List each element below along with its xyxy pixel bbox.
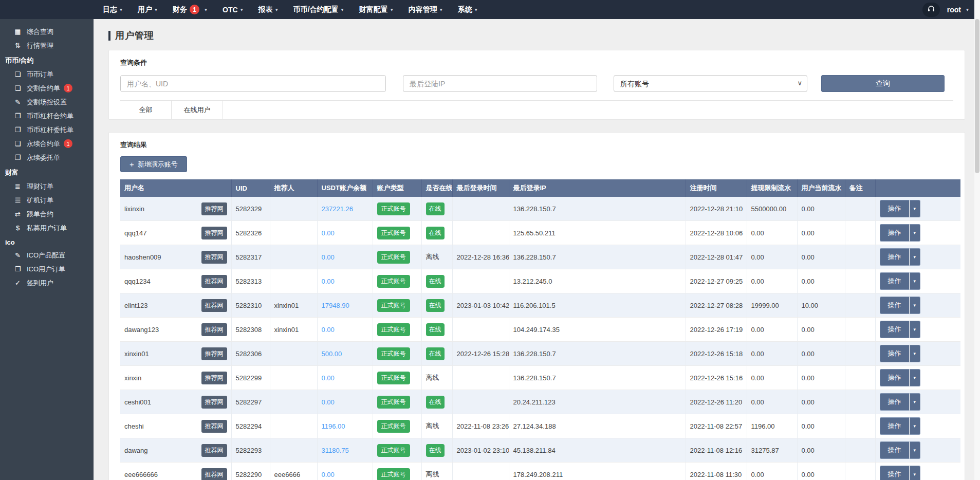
sidebar-item[interactable]: ✓ 签到用户	[0, 276, 94, 290]
balance-link[interactable]: 1196.00	[322, 422, 345, 430]
action-button[interactable]: 操作	[880, 417, 909, 435]
search-button[interactable]: 查询	[821, 75, 945, 92]
action-button[interactable]: 操作	[880, 441, 909, 459]
action-dropdown-button[interactable]: ▾	[909, 321, 921, 338]
balance-link[interactable]: 0.00	[322, 374, 335, 382]
action-dropdown-button[interactable]: ▾	[909, 441, 921, 459]
action-dropdown-button[interactable]: ▾	[909, 466, 921, 480]
navbar-item[interactable]: 报表 ▾	[258, 5, 278, 14]
table-row: xinxin 推荐网 5282299 0.00 正式账号 离线 136.228.…	[120, 366, 960, 390]
referral-badge[interactable]: 推荐网	[201, 251, 227, 264]
chevron-down-icon: ▾	[341, 7, 344, 12]
sidebar-item[interactable]: ⇄ 跟单合约	[0, 207, 94, 221]
account-type-cell: 正式账号	[373, 438, 421, 463]
navbar-item[interactable]: 财务 1 ▾	[173, 5, 207, 14]
scrollbar-thumb[interactable]	[975, 19, 979, 173]
sidebar-item-label: 币币订单	[27, 70, 53, 79]
sidebar-item[interactable]: ❐ 币币杠杆委托单	[0, 123, 94, 137]
username-uid-input[interactable]	[120, 75, 386, 92]
action-button[interactable]: 操作	[880, 200, 909, 217]
account-type-badge: 正式账号	[377, 275, 410, 288]
sidebar-item[interactable]: ☰ 矿机订单	[0, 193, 94, 207]
balance-link[interactable]: 0.00	[322, 471, 335, 478]
action-button[interactable]: 操作	[880, 224, 909, 242]
action-dropdown-button[interactable]: ▾	[909, 297, 921, 314]
referral-badge[interactable]: 推荐网	[201, 347, 227, 360]
action-button[interactable]: 操作	[880, 321, 909, 338]
last-login-ip-cell: 136.228.150.7	[509, 245, 686, 269]
last-login-ip-input[interactable]	[403, 75, 597, 92]
navbar-item[interactable]: 内容管理 ▾	[409, 5, 442, 14]
column-header: USDT账户余额	[317, 179, 373, 197]
action-dropdown-button[interactable]: ▾	[909, 417, 921, 435]
account-type-cell: 正式账号	[373, 269, 421, 293]
username-cell: qqq1234 推荐网	[120, 269, 231, 293]
balance-link[interactable]: 0.00	[322, 326, 335, 334]
sidebar-item[interactable]: ≣ 理财订单	[0, 179, 94, 193]
sidebar-item[interactable]: ❐ 永续委托单	[0, 151, 94, 164]
action-dropdown-button[interactable]: ▾	[909, 200, 921, 217]
sidebar-item[interactable]: $ 私募用户订单	[0, 221, 94, 235]
balance-link[interactable]: 0.00	[322, 253, 335, 261]
action-button[interactable]: 操作	[880, 393, 909, 411]
navbar-item[interactable]: 系统 ▾	[458, 5, 477, 14]
action-dropdown-button[interactable]: ▾	[909, 369, 921, 386]
navbar-item[interactable]: OTC ▾	[223, 6, 243, 14]
account-type-select[interactable]: 所有账号	[614, 75, 807, 92]
referral-badge[interactable]: 推荐网	[201, 372, 227, 384]
action-dropdown-button[interactable]: ▾	[909, 393, 921, 411]
navbar-item[interactable]: 币币/合约配置 ▾	[293, 5, 344, 14]
action-button[interactable]: 操作	[880, 369, 909, 386]
referral-badge[interactable]: 推荐网	[201, 396, 227, 409]
navbar-item[interactable]: 用户 ▾	[138, 5, 157, 14]
sidebar-item-label: 币币杠杆合约单	[27, 112, 73, 121]
referral-badge[interactable]: 推荐网	[201, 202, 227, 215]
action-button[interactable]: 操作	[880, 297, 909, 314]
action-button[interactable]: 操作	[880, 272, 909, 290]
action-button[interactable]: 操作	[880, 466, 909, 480]
sort-icon: ⇅	[13, 42, 22, 49]
filter-tab[interactable]: 在线用户	[172, 101, 223, 119]
sidebar-item[interactable]: ❏ 币币订单	[0, 67, 94, 81]
balance-link[interactable]: 500.00	[322, 350, 342, 358]
sidebar-item[interactable]: ❐ ICO用户订单	[0, 262, 94, 276]
referral-badge[interactable]: 推荐网	[201, 468, 227, 480]
action-dropdown-button[interactable]: ▾	[909, 272, 921, 290]
account-type-badge: 正式账号	[377, 251, 410, 264]
filter-tab[interactable]: 全部	[120, 101, 172, 119]
account-type-badge: 正式账号	[377, 299, 410, 312]
sidebar-item[interactable]: ❏ 永续合约单 1	[0, 137, 94, 151]
sidebar-item[interactable]: ❐ 币币杠杆合约单	[0, 109, 94, 123]
sidebar-item[interactable]: ✎ ICO产品配置	[0, 248, 94, 262]
add-demo-account-button[interactable]: + 新增演示账号	[120, 156, 187, 172]
table-header-row: 用户名 UID 推荐人 USDT账户余额 账户类型 是否在线 最后登录时间 最后…	[120, 179, 960, 197]
action-button[interactable]: 操作	[880, 345, 909, 362]
offline-label: 离线	[426, 253, 439, 261]
sidebar-item[interactable]: ❏ 交割合约单 1	[0, 81, 94, 95]
referral-badge[interactable]: 推荐网	[201, 323, 227, 336]
referral-badge[interactable]: 推荐网	[201, 275, 227, 288]
navbar-item[interactable]: 财富配置 ▾	[359, 5, 393, 14]
balance-link[interactable]: 17948.90	[322, 302, 349, 309]
balance-link[interactable]: 237221.26	[322, 205, 353, 213]
action-dropdown-button[interactable]: ▾	[909, 224, 921, 242]
support-headset-button[interactable]	[922, 3, 940, 17]
user-menu[interactable]: root ▾	[947, 6, 969, 14]
sidebar-item[interactable]: ⇅ 行情管理	[0, 39, 94, 52]
chevron-down-icon: ▾	[440, 7, 442, 12]
sidebar-item[interactable]: ▦ 综合查询	[0, 25, 94, 39]
balance-link[interactable]: 31180.75	[322, 447, 349, 454]
action-dropdown-button[interactable]: ▾	[909, 345, 921, 362]
balance-link[interactable]: 0.00	[322, 398, 335, 406]
balance-link[interactable]: 0.00	[322, 278, 335, 285]
vertical-scrollbar[interactable]	[974, 0, 980, 480]
referral-badge[interactable]: 推荐网	[201, 299, 227, 312]
navbar-item[interactable]: 日志 ▾	[103, 5, 122, 14]
referral-badge[interactable]: 推荐网	[201, 227, 227, 239]
balance-link[interactable]: 0.00	[322, 229, 335, 237]
sidebar-item[interactable]: ✎ 交割场控设置	[0, 95, 94, 109]
action-button[interactable]: 操作	[880, 248, 909, 266]
action-dropdown-button[interactable]: ▾	[909, 248, 921, 266]
referral-badge[interactable]: 推荐网	[201, 420, 227, 433]
referral-badge[interactable]: 推荐网	[201, 444, 227, 457]
